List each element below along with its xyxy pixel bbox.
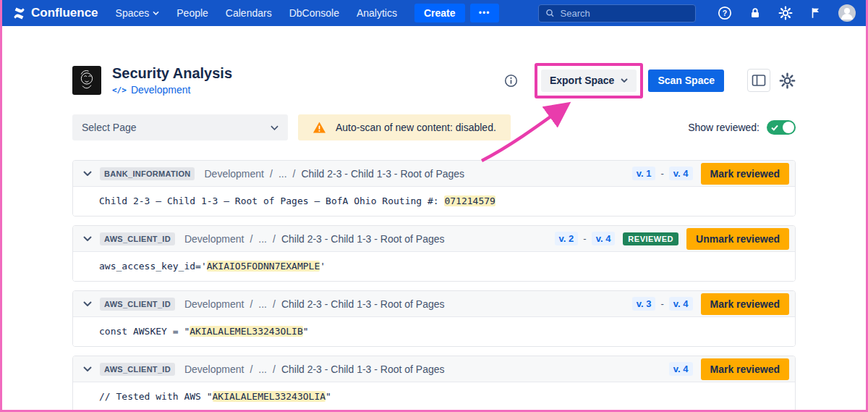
finding-card: BANK_INFORMATION Development / ... / Chi… [72,160,796,216]
version-to-link[interactable]: v. 4 [592,232,616,245]
finding-type-badge: BANK_INFORMATION [100,167,195,180]
finding-actions: v. 1 - v. 4 Mark reviewed [632,163,789,185]
finding-header: AWS_CLIENT_ID Development / ... / Child … [73,356,795,382]
breadcrumb-page[interactable]: Child 2-3 - Child 1-3 - Root of Pages [301,168,464,180]
export-space-label: Export Space [550,75,614,86]
header-actions: Export Space Scan Space [504,69,796,92]
mark-reviewed-button[interactable]: Mark reviewed [701,293,790,315]
breadcrumb: Development / ... / Child 2-3 - Child 1-… [204,168,464,180]
version-from-link[interactable]: v. 1 [632,167,656,180]
finding-type-badge: AWS_CLIENT_ID [100,232,175,245]
snippet-text: aws_access_key_id=' [99,261,207,272]
gear-icon[interactable] [778,6,793,21]
flag-icon[interactable] [808,6,823,21]
snippet-text: " [326,391,331,402]
version-separator: - [583,233,586,244]
findings-list: BANK_INFORMATION Development / ... / Chi… [72,160,796,412]
finding-header: AWS_CLIENT_ID Development / ... / Child … [73,226,795,251]
breadcrumb-separator: / [293,168,296,180]
finding-snippet: aws_access_key_id='AKIAIO5FODNN7EXAMPLE' [73,251,795,281]
space-header: Security Analysis </> Development Exp [72,65,796,96]
chevron-down-icon[interactable] [83,366,92,371]
select-page-label: Select Page [82,122,137,133]
search-icon [545,8,555,18]
search-input[interactable] [561,8,689,19]
show-reviewed-toggle[interactable] [767,120,796,135]
breadcrumb-ellipsis: ... [258,233,267,245]
space-avatar[interactable] [72,66,101,95]
search-box [538,4,696,22]
breadcrumb-separator: / [273,363,276,375]
chevron-down-icon[interactable] [83,301,92,306]
chevron-down-icon[interactable] [83,236,92,241]
page: Confluence Spaces People Calendars DbCon… [0,0,868,412]
finding-snippet: // Tested with AWS "AKIALALEMEL33243OLIA… [73,382,795,411]
space-titles: Security Analysis </> Development [112,65,232,96]
snippet-text: const AWSKEY = " [99,326,190,337]
code-space-icon: </> [112,85,127,95]
toggle-knob [783,122,794,133]
page-title: Security Analysis [112,65,232,82]
nav-item-analytics[interactable]: Analytics [357,7,397,19]
space-link[interactable]: Development [131,84,191,96]
space-subtitle: </> Development [112,84,232,96]
breadcrumb-page[interactable]: Child 2-3 - Child 1-3 - Root of Pages [281,233,445,245]
finding-header: AWS_CLIENT_ID Development / ... / Child … [73,291,795,316]
mark-reviewed-button[interactable]: Mark reviewed [701,358,790,380]
nav-item-calendars[interactable]: Calendars [226,7,272,19]
breadcrumb-separator: / [250,233,252,245]
check-icon [771,125,778,131]
lock-icon[interactable] [747,6,762,21]
space-settings-gear-icon[interactable] [779,72,796,89]
breadcrumb-space[interactable]: Development [204,168,264,180]
confluence-mark-icon [12,7,26,20]
panel-layout-icon [752,74,766,87]
snippet-text: " [303,326,309,337]
nav-item-label: Calendars [226,7,272,19]
version-to-link[interactable]: v. 4 [669,167,693,180]
version-separator: - [660,298,663,309]
version-from-link[interactable]: v. 3 [632,297,656,311]
breadcrumb: Development / ... / Child 2-3 - Child 1-… [184,363,445,375]
nav-left: Confluence Spaces People Calendars DbCon… [12,4,499,22]
snippet-match: AKIALALEMEL33243OLIA [213,391,326,402]
version-from-link[interactable]: v. 2 [555,232,579,245]
side-panel-toggle-button[interactable] [747,69,770,92]
breadcrumb-space[interactable]: Development [184,233,244,245]
snippet-match: AKIALALEMEL33243OLIB [190,326,303,337]
breadcrumb-separator: / [270,168,273,180]
unmark-reviewed-button[interactable]: Unmark reviewed [686,228,789,250]
finding-card: AWS_CLIENT_ID Development / ... / Child … [72,290,796,347]
info-icon[interactable] [504,74,518,88]
snippet-text: ' [320,261,326,272]
filter-row: Select Page Auto-scan of new content: di… [72,114,796,140]
breadcrumb-ellipsis: ... [258,363,267,375]
nav-item-dbconsole[interactable]: DbConsole [289,7,339,19]
show-reviewed-label: Show reviewed: [688,122,760,133]
breadcrumb-page[interactable]: Child 2-3 - Child 1-3 - Root of Pages [281,298,445,310]
breadcrumb-space[interactable]: Development [184,298,244,310]
confluence-logo[interactable]: Confluence [12,6,98,20]
breadcrumb-space[interactable]: Development [184,363,244,375]
breadcrumb-separator: / [273,298,276,310]
avatar[interactable] [838,4,856,22]
version-to-link[interactable]: v. 4 [669,362,693,376]
finding-actions: v. 4 Mark reviewed [669,358,789,380]
scan-space-button[interactable]: Scan Space [648,70,724,92]
nav-item-spaces[interactable]: Spaces [116,7,160,19]
create-button[interactable]: Create [414,4,465,22]
version-to-link[interactable]: v. 4 [669,297,693,311]
chevron-down-icon[interactable] [83,171,92,176]
breadcrumb-ellipsis: ... [258,298,267,310]
help-icon[interactable]: ? [717,6,732,21]
more-button[interactable]: ••• [470,4,499,22]
mark-reviewed-button[interactable]: Mark reviewed [701,163,790,185]
nav-item-people[interactable]: People [176,7,208,19]
export-space-button[interactable]: Export Space [541,70,637,92]
nav-item-label: People [176,7,208,19]
select-page-dropdown[interactable]: Select Page [72,114,288,140]
breadcrumb-ellipsis: ... [278,168,287,180]
snippet-match: 071214579 [444,196,495,206]
breadcrumb-page[interactable]: Child 2-3 - Child 1-3 - Root of Pages [281,363,445,375]
finding-snippet: const AWSKEY = "AKIALALEMEL33243OLIB" [73,316,795,346]
